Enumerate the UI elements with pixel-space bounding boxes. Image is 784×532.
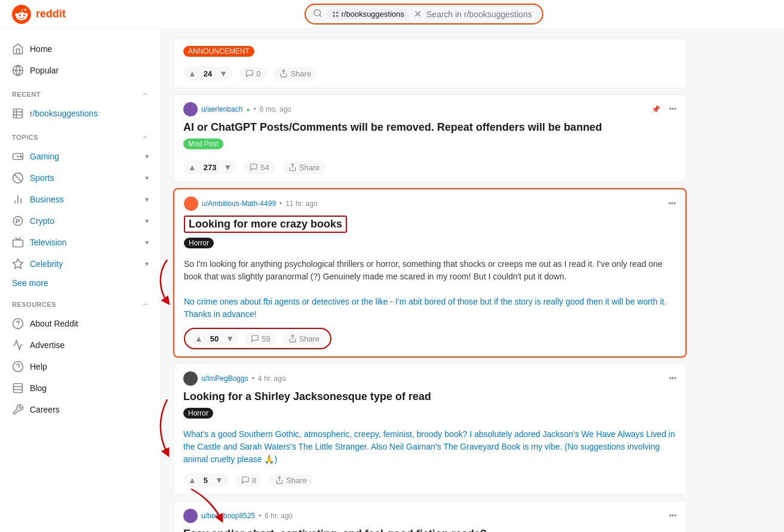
sidebar-item-popular[interactable]: Popular [0,60,161,81]
gaming-icon [12,150,24,162]
downvote-button-2[interactable]: ▼ [221,331,239,346]
topics-header: TOPICS [0,129,161,146]
booksuggestions-label: r/booksuggestions [30,109,98,118]
recent-collapse-icon[interactable] [142,91,149,98]
vote-count-0: 24 [201,67,214,81]
advertise-label: Advertise [30,340,64,350]
username-1[interactable]: u/aerlenbach [201,105,242,113]
post-more-1[interactable]: ••• [669,105,677,113]
celebrity-label: Celebrity [30,259,63,269]
svg-marker-25 [13,259,23,269]
gaming-label: Gaming [30,152,59,161]
post-time-1: 6 mo. ago [260,105,291,113]
sidebar-item-gaming[interactable]: Gaming ▾ [0,146,161,167]
sidebar-item-help[interactable]: Help [0,356,161,377]
vote-group-0: ▲ 24 ▼ [183,66,232,81]
share-button-0[interactable]: Share [273,67,317,81]
comment-button-2[interactable]: 59 [245,332,276,346]
post-more-4[interactable]: ••• [669,512,677,520]
vote-group-2: ▲ 50 ▼ [190,331,239,346]
resources-collapse-icon[interactable] [142,301,149,308]
sidebar-item-sports[interactable]: Sports ▾ [0,167,161,189]
crypto-chevron-icon: ▾ [145,217,149,225]
sidebar-recent-section: RECENT r/booksuggestions [0,86,161,124]
svg-rect-9 [14,109,23,118]
topics-collapse-icon[interactable] [142,134,149,141]
comment-icon-2 [251,334,259,343]
share-button-1[interactable]: Share [282,161,326,174]
subreddit-icon [332,11,339,18]
search-subreddit-tag[interactable]: r/booksuggestions [327,8,410,20]
post-body-3: What's a good Southern Gothic, atmospher… [183,428,677,466]
television-label: Television [30,238,66,247]
vote-count-3: 5 [201,473,210,487]
upvote-button-3[interactable]: ▲ [183,473,201,487]
avatar-3 [183,371,198,386]
sidebar-item-celebrity[interactable]: Celebrity ▾ [0,253,161,275]
business-icon [12,193,24,205]
search-input[interactable] [426,10,534,19]
post-more-2[interactable]: ••• [668,199,676,208]
reddit-logo[interactable]: reddit [12,5,66,24]
downvote-button-1[interactable]: ▼ [219,160,237,174]
username-3[interactable]: u/ImPegBoggs [201,374,248,383]
sidebar-item-business[interactable]: Business ▾ [0,189,161,210]
post-more-3[interactable]: ••• [669,374,677,383]
subreddit-tag-label: r/booksuggestions [342,10,405,19]
sidebar-item-television[interactable]: Television ▾ [0,232,161,253]
comment-button-3[interactable]: 8 [235,473,262,487]
business-chevron-icon: ▾ [145,195,149,204]
upvote-button-1[interactable]: ▲ [183,160,201,174]
downvote-button-3[interactable]: ▼ [210,473,228,487]
header: reddit r/booksuggestions ✕ [0,0,784,29]
avatar-1 [183,102,198,116]
advertise-icon [12,339,24,351]
celebrity-chevron-icon: ▾ [145,260,149,268]
post-time-3: 4 hr. ago [258,374,286,383]
search-clear-button[interactable]: ✕ [414,8,422,20]
vote-group-1: ▲ 273 ▼ [183,160,236,174]
see-more-link[interactable]: See more [0,275,161,291]
share-icon-0 [279,69,288,78]
tv-icon [12,236,24,248]
horror-flair-3: Horror [183,408,213,419]
main-content: ANNOUNCEMENT ▲ 24 ▼ 0 Share [161,29,699,532]
about-icon [12,318,24,330]
svg-line-2 [319,15,321,17]
online-indicator-1: ● [246,106,250,113]
upvote-button-2[interactable]: ▲ [190,331,208,346]
careers-icon [12,404,24,416]
vote-count-1: 273 [201,161,219,174]
comment-button-1[interactable]: 54 [244,161,275,174]
sidebar-item-about-reddit[interactable]: About Reddit [0,313,161,334]
post-title-1: AI or ChatGPT Posts/Comments will be rem… [183,121,677,134]
avatar-2 [184,196,198,211]
sidebar-item-popular-label: Popular [30,66,59,75]
post-meta-4: u/beepboop8525 • 6 hr. ago ••• [183,509,677,523]
post-time-2: 11 hr. ago [285,199,317,208]
sidebar-topics-section: TOPICS Gaming ▾ Sports [0,129,161,291]
downvote-button-0[interactable]: ▼ [214,66,232,81]
comment-button-0[interactable]: 0 [239,67,266,81]
sidebar-item-careers[interactable]: Careers [0,399,161,420]
upvote-button-0[interactable]: ▲ [183,66,201,81]
svg-rect-6 [336,15,339,17]
blog-label: Blog [30,383,47,393]
booksuggestions-icon [12,107,24,119]
username-4[interactable]: u/beepboop8525 [201,512,255,520]
sidebar-item-crypto[interactable]: Crypto ▾ [0,210,161,232]
sidebar: Home Popular RECENT r/booksuggestions [0,29,161,532]
svg-rect-24 [13,240,23,247]
share-button-3[interactable]: Share [269,473,313,487]
share-button-2[interactable]: Share [282,332,326,346]
sidebar-item-blog[interactable]: Blog [0,377,161,399]
popular-icon [12,64,24,76]
post-body-2: So I'm looking for anything psychologica… [184,258,676,321]
comment-icon-0 [245,69,254,78]
username-2[interactable]: u/Ambitious-Math-4499 [202,199,276,208]
share-icon-3 [275,476,284,484]
page-layout: Home Popular RECENT r/booksuggestions [0,29,784,532]
sidebar-item-home[interactable]: Home [0,38,161,60]
sidebar-item-booksuggestions[interactable]: r/booksuggestions [0,103,161,124]
sidebar-item-advertise[interactable]: Advertise [0,334,161,356]
